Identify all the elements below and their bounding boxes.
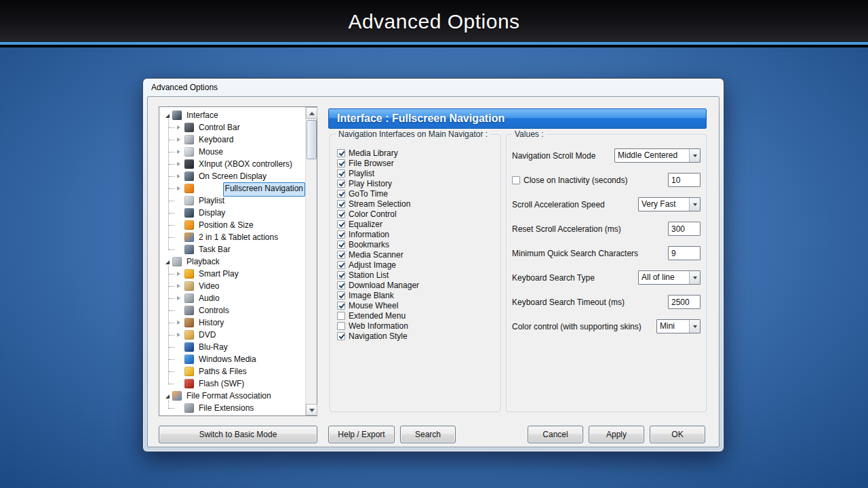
tree-item-xinput-xbox-controllers[interactable]: XInput (XBOX controllers)	[159, 158, 305, 170]
close-on-inactivity-seconds-input[interactable]	[668, 173, 701, 187]
nav-option-color-control[interactable]: Color Control	[337, 209, 496, 219]
keyboard-search-type-select[interactable]: All of line	[638, 270, 701, 285]
reset-scroll-acceleration-ms-input[interactable]	[668, 222, 701, 236]
ok-button[interactable]: OK	[650, 426, 705, 443]
tree-item-2-in-1-tablet-actions[interactable]: 2 in 1 & Tablet actions	[159, 231, 305, 243]
tree-item-audio[interactable]: Audio	[159, 292, 305, 304]
apply-button[interactable]: Apply	[589, 426, 644, 443]
checkbox[interactable]	[337, 281, 345, 289]
tree-item-video[interactable]: Video	[159, 280, 305, 292]
tree-item-display[interactable]: Display	[159, 207, 305, 219]
tree-item-on-screen-display[interactable]: On Screen Display	[159, 170, 305, 182]
tree-item-history[interactable]: History	[159, 317, 305, 329]
collapse-arrow-icon[interactable]	[176, 319, 182, 326]
checkbox[interactable]	[337, 190, 345, 198]
collapse-arrow-icon[interactable]	[176, 173, 182, 180]
collapse-arrow-icon[interactable]	[176, 161, 182, 167]
tree-item-control-bar[interactable]: Control Bar	[159, 121, 305, 134]
tree-item-keyboard[interactable]: Keyboard	[159, 134, 305, 146]
nav-option-web-information[interactable]: Web Information	[337, 321, 496, 331]
expand-arrow-icon[interactable]	[163, 112, 170, 119]
checkbox[interactable]	[337, 261, 345, 269]
scroll-down-button[interactable]	[306, 404, 317, 415]
nav-option-goto-time[interactable]: GoTo Time	[337, 188, 496, 199]
tree-item-position-size[interactable]: Position & Size	[159, 219, 305, 231]
nav-option-file-browser[interactable]: File Browser	[337, 158, 496, 168]
nav-option-mouse-wheel[interactable]: Mouse Wheel	[337, 300, 496, 310]
tree-item-task-bar[interactable]: Task Bar	[159, 243, 305, 256]
scroll-acceleration-speed-select[interactable]: Very Fast	[638, 197, 701, 211]
checkbox[interactable]	[337, 169, 345, 178]
collapse-arrow-icon[interactable]	[176, 148, 182, 155]
tree-item-dvd[interactable]: DVD	[159, 329, 305, 341]
checkbox[interactable]	[337, 332, 345, 340]
minimum-quick-search-characters-input[interactable]	[668, 246, 701, 260]
switch-to-basic-mode-button[interactable]: Switch to Basic Mode	[159, 426, 317, 443]
scroll-up-button[interactable]	[306, 107, 317, 119]
tree-item-fullscreen-navigation[interactable]: Fullscreen Navigation	[159, 182, 305, 195]
tree-item-paths-files[interactable]: Paths & Files	[159, 365, 305, 378]
collapse-arrow-icon[interactable]	[176, 331, 182, 338]
tree-item-playlist[interactable]: Playlist	[159, 195, 305, 207]
nav-option-station-list[interactable]: Station List	[337, 270, 496, 280]
tree-item-windows-media[interactable]: Windows Media	[159, 353, 305, 365]
nav-option-navigation-style[interactable]: Navigation Style	[337, 331, 496, 341]
tree-item-file-format-association[interactable]: File Format Association	[159, 390, 305, 402]
cancel-button[interactable]: Cancel	[528, 426, 583, 443]
expand-arrow-icon[interactable]	[163, 392, 170, 399]
nav-option-playlist[interactable]: Playlist	[337, 168, 496, 178]
collapse-arrow-icon[interactable]	[176, 270, 182, 277]
keyboard-search-timeout-ms-input[interactable]	[668, 295, 701, 309]
collapse-arrow-icon[interactable]	[176, 295, 182, 302]
checkbox[interactable]	[337, 159, 345, 167]
checkbox[interactable]	[337, 291, 345, 300]
tree-item-smart-play[interactable]: Smart Play	[159, 268, 305, 280]
nav-option-adjust-image[interactable]: Adjust Image	[337, 260, 496, 270]
checkbox[interactable]	[337, 210, 345, 218]
checkbox[interactable]	[337, 271, 345, 279]
nav-option-stream-selection[interactable]: Stream Selection	[337, 199, 496, 209]
chevron-down-icon[interactable]	[689, 198, 700, 211]
checkbox[interactable]	[337, 149, 345, 157]
help-export-button[interactable]: Help / Export	[328, 426, 395, 443]
nav-option-extended-menu[interactable]: Extended Menu	[337, 310, 496, 321]
checkbox[interactable]	[337, 302, 345, 310]
collapse-arrow-icon[interactable]	[176, 124, 182, 131]
nav-option-media-library[interactable]: Media Library	[337, 148, 496, 158]
nav-option-information[interactable]: Information	[337, 229, 496, 239]
checkbox[interactable]	[337, 312, 345, 320]
search-button[interactable]: Search	[400, 426, 456, 443]
tree-item-mouse[interactable]: Mouse	[159, 146, 305, 158]
nav-option-bookmarks[interactable]: Bookmarks	[337, 239, 496, 249]
chevron-down-icon[interactable]	[689, 149, 700, 162]
checkbox[interactable]	[337, 322, 345, 330]
chevron-down-icon[interactable]	[689, 320, 700, 333]
tree-item-controls[interactable]: Controls	[159, 304, 305, 317]
checkbox[interactable]	[337, 251, 345, 259]
nav-option-image-blank[interactable]: Image Blank	[337, 290, 496, 300]
expand-arrow-icon[interactable]	[163, 258, 170, 265]
color-control-with-supporting-skins-select[interactable]: Mini	[656, 319, 701, 333]
tree-item-flash-swf[interactable]: Flash (SWF)	[159, 378, 305, 390]
collapse-arrow-icon[interactable]	[176, 283, 182, 289]
checkbox[interactable]	[337, 200, 345, 208]
tree-scrollbar[interactable]	[305, 107, 317, 415]
navigation-scroll-mode-select[interactable]: Middle Centered	[614, 148, 701, 163]
nav-option-media-scanner[interactable]: Media Scanner	[337, 249, 496, 260]
chevron-down-icon[interactable]	[689, 271, 700, 284]
tree-item-file-extensions[interactable]: File Extensions	[159, 402, 305, 414]
checkbox[interactable]	[337, 241, 345, 249]
scrollbar-thumb[interactable]	[307, 120, 317, 159]
nav-option-download-manager[interactable]: Download Manager	[337, 280, 496, 290]
nav-option-equalizer[interactable]: Equalizer	[337, 219, 496, 229]
nav-option-play-history[interactable]: Play History	[337, 178, 496, 188]
checkbox[interactable]	[337, 220, 345, 228]
tree-item-playback[interactable]: Playback	[159, 256, 305, 268]
collapse-arrow-icon[interactable]	[176, 185, 182, 192]
checkbox[interactable]	[512, 176, 520, 184]
collapse-arrow-icon[interactable]	[176, 136, 182, 143]
tree-item-interface[interactable]: Interface	[159, 109, 305, 121]
tree-item-blu-ray[interactable]: Blu-Ray	[159, 341, 305, 353]
checkbox[interactable]	[337, 230, 345, 239]
checkbox[interactable]	[337, 180, 345, 188]
